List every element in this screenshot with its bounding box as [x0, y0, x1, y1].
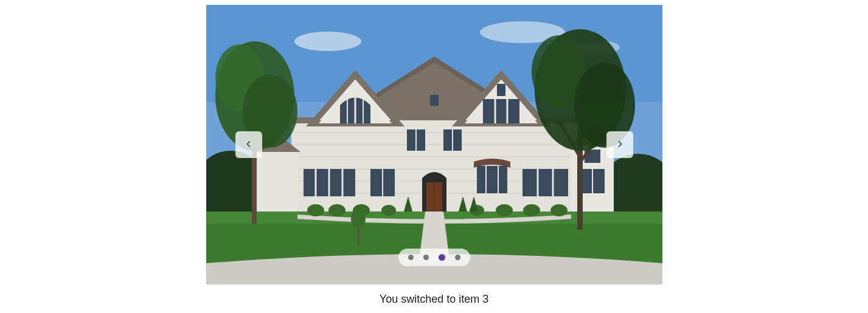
svg-point-64	[307, 204, 324, 216]
carousel	[206, 5, 662, 284]
svg-point-71	[550, 204, 568, 216]
svg-point-65	[328, 204, 345, 216]
chevron-right-icon	[615, 139, 625, 151]
svg-point-67	[381, 205, 396, 216]
svg-rect-35	[497, 84, 505, 96]
status-text: You switched to item 3	[380, 293, 488, 306]
svg-rect-53	[523, 169, 568, 196]
carousel-dot-4[interactable]	[455, 255, 460, 260]
carousel-indicators	[398, 249, 470, 266]
svg-rect-32	[483, 99, 519, 123]
carousel-dot-1[interactable]	[408, 255, 414, 260]
svg-point-69	[496, 204, 513, 216]
carousel-dot-3[interactable]	[439, 254, 445, 261]
carousel-dot-2[interactable]	[423, 255, 429, 260]
svg-rect-36	[430, 95, 439, 106]
chevron-left-icon	[244, 139, 254, 151]
svg-point-2	[294, 32, 361, 51]
svg-rect-62	[255, 151, 297, 212]
svg-point-86	[351, 210, 366, 227]
previous-button[interactable]	[235, 131, 262, 158]
svg-point-70	[523, 204, 540, 216]
carousel-slide-image	[206, 5, 662, 284]
next-button[interactable]	[606, 131, 633, 158]
svg-rect-41	[477, 166, 507, 193]
